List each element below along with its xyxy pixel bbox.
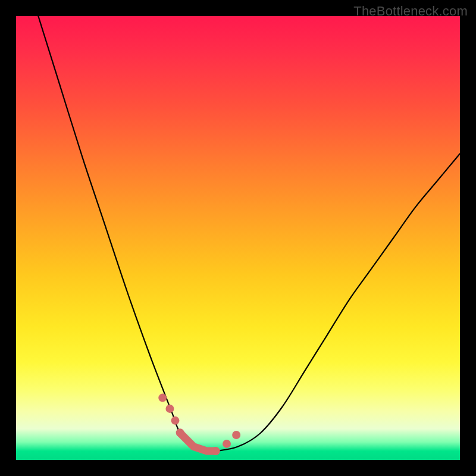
plot-area	[16, 16, 460, 460]
bottleneck-curve	[38, 16, 460, 452]
optimal-window-floor	[180, 433, 216, 451]
attribution-text: TheBottleneck.com	[353, 4, 468, 19]
chart-frame: TheBottleneck.com	[0, 0, 476, 476]
curve-layer	[16, 16, 460, 460]
